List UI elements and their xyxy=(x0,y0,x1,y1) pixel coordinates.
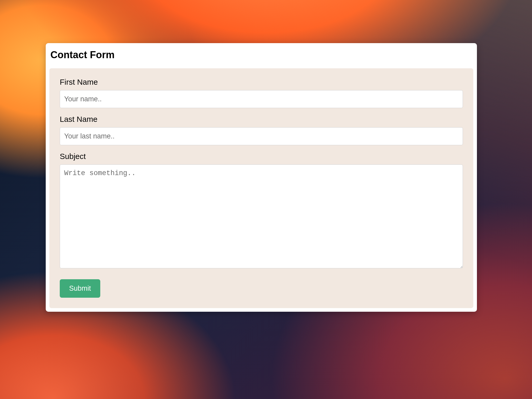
first-name-input[interactable] xyxy=(60,90,463,108)
contact-form-window: Contact Form First Name Last Name Subjec… xyxy=(46,43,477,312)
subject-textarea[interactable] xyxy=(60,164,463,268)
last-name-label: Last Name xyxy=(60,115,463,124)
subject-group: Subject xyxy=(60,152,463,269)
subject-label: Subject xyxy=(60,152,463,161)
last-name-group: Last Name xyxy=(60,115,463,145)
last-name-input[interactable] xyxy=(60,127,463,145)
submit-button[interactable]: Submit xyxy=(60,279,100,298)
page-title: Contact Form xyxy=(50,49,473,61)
first-name-group: First Name xyxy=(60,78,463,108)
first-name-label: First Name xyxy=(60,78,463,87)
form-panel: First Name Last Name Subject Submit xyxy=(49,68,473,308)
